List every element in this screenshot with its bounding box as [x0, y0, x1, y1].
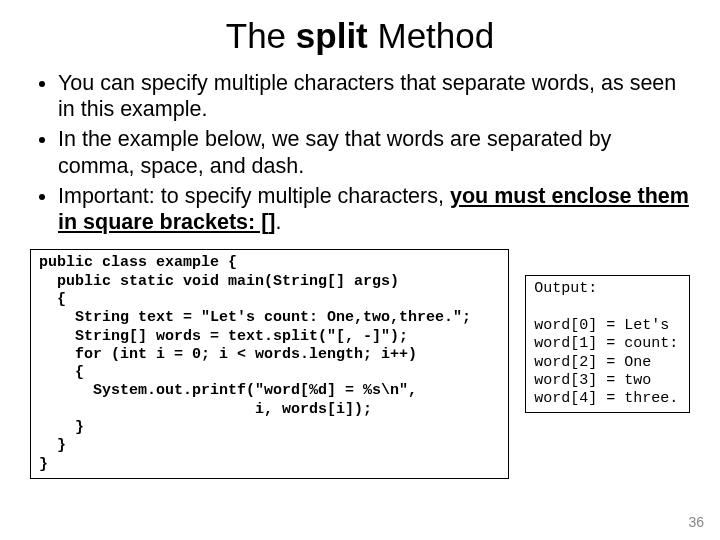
output-box: Output: word[0] = Let's word[1] = count:… — [525, 275, 690, 413]
bullet-3-post: . — [275, 210, 281, 234]
code-l11: } — [39, 456, 48, 473]
output-header: Output: — [534, 280, 597, 297]
bullet-3: Important: to specify multiple character… — [58, 183, 690, 235]
page-title: The split Method — [30, 16, 690, 56]
code-l8: i, words[i]); — [39, 401, 372, 418]
code-l0: public class example { — [39, 254, 237, 271]
title-bold: split — [296, 16, 368, 55]
code-l7: System.out.printf("word[%d] = %s\n", — [39, 382, 417, 399]
code-l1: public static void main(String[] args) — [39, 273, 399, 290]
bullet-3-pre: Important: to specify multiple character… — [58, 184, 450, 208]
output-l4: word[4] = three. — [534, 390, 678, 407]
bullet-list: You can specify multiple characters that… — [30, 70, 690, 235]
output-l1: word[1] = count: — [534, 335, 678, 352]
code-l3: String text = "Let's count: One,two,thre… — [39, 309, 471, 326]
slide: The split Method You can specify multipl… — [0, 0, 720, 540]
code-l2: { — [39, 291, 66, 308]
output-l3: word[3] = two — [534, 372, 651, 389]
title-post: Method — [368, 16, 494, 55]
output-l2: word[2] = One — [534, 354, 651, 371]
code-l9: } — [39, 419, 84, 436]
output-l0: word[0] = Let's — [534, 317, 669, 334]
code-l10: } — [39, 437, 66, 454]
bullet-2: In the example below, we say that words … — [58, 126, 690, 178]
page-number: 36 — [688, 514, 704, 530]
bullet-1: You can specify multiple characters that… — [58, 70, 690, 122]
code-l6: { — [39, 364, 84, 381]
code-l4: String[] words = text.split("[, -]"); — [39, 328, 408, 345]
title-pre: The — [226, 16, 296, 55]
code-output-row: public class example { public static voi… — [30, 249, 690, 479]
code-l5: for (int i = 0; i < words.length; i++) — [39, 346, 417, 363]
code-box: public class example { public static voi… — [30, 249, 509, 479]
